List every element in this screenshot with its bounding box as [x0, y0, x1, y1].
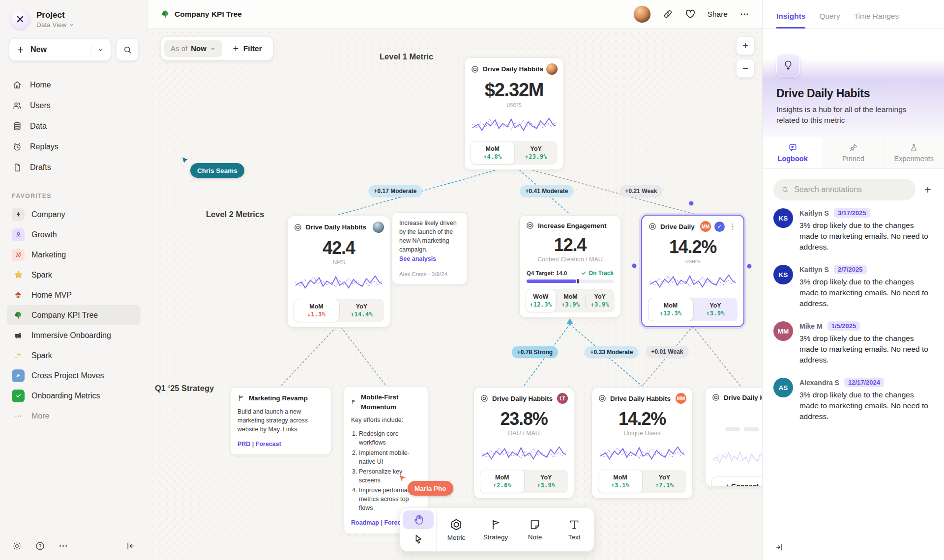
owner-badge[interactable]: MM [700, 221, 711, 232]
sidebar-item-marketing[interactable]: Marketing [7, 245, 141, 265]
annotation-item[interactable]: AS Alexandra S 12/17/2024 3% drop likely… [773, 378, 933, 422]
annotation-search[interactable] [773, 179, 915, 200]
sidebar-item-home[interactable]: Home [0, 75, 148, 95]
project-switcher[interactable]: Project Data View [0, 0, 148, 31]
see-analysis-link[interactable]: See analysis [399, 255, 436, 262]
logbook-icon [788, 143, 797, 152]
metric-card-drive-daily-habbits-unique-users[interactable]: Drive Daily Habbits MM 14.2% Unique User… [591, 387, 693, 499]
metric-card-increase-engagement[interactable]: Increase Engagement 12.4 Content Creatio… [519, 215, 621, 318]
zoom-in-button[interactable]: + [736, 36, 755, 55]
sidebar-item-more[interactable]: More [7, 406, 141, 426]
owner-avatar[interactable] [546, 63, 558, 75]
stat-yoy[interactable]: YoY ↑14.4% [339, 299, 384, 322]
more-options-icon[interactable] [58, 541, 68, 551]
confetti-icon [12, 249, 25, 261]
settings-gear-icon[interactable] [12, 541, 22, 551]
strategy-note-marketing-revamp[interactable]: Marketing Revamp Build and launch a new … [230, 387, 331, 455]
annotation-note[interactable]: Increase likely driven by the launch of … [392, 212, 468, 284]
stat-mom[interactable]: MoM ↓1.3% [294, 299, 339, 322]
stat-wow[interactable]: WoW ↑12.3% [526, 289, 556, 312]
stat-yoy[interactable]: YoY ↑3.9% [585, 289, 615, 312]
tool-strategy[interactable]: Strategy [476, 508, 515, 551]
tab-query[interactable]: Query [819, 12, 840, 28]
annotation-date-badge[interactable]: 3/17/2025 [834, 208, 870, 218]
owner-badge[interactable]: MM [676, 393, 686, 404]
metric-target-icon [294, 223, 302, 232]
sidebar-item-onboarding-metrics[interactable]: Onboarding Metrics [7, 386, 141, 406]
sidebar-item-home-mvp[interactable]: Home MVP [7, 285, 141, 305]
subtab-logbook[interactable]: Logbook [763, 138, 823, 168]
metric-card-drive-daily-habbits-l1[interactable]: Drive Daily Habbits $2.32M users MoM ↑4.… [464, 57, 564, 170]
sidebar-item-immersive-onboarding[interactable]: Immersive Onboarding [7, 325, 141, 345]
stat-yoy[interactable]: YoY ↑3.9% [525, 470, 568, 493]
tool-metric[interactable]: Metric [437, 508, 476, 551]
collapse-sidebar-icon[interactable] [125, 541, 136, 551]
subtab-pinned[interactable]: Pinned [823, 138, 883, 168]
stat-mom[interactable]: MoM ↑3.9% [556, 289, 586, 312]
user-avatar[interactable] [633, 5, 651, 23]
annotation-item[interactable]: KS Kaitlyn S 3/17/2025 3% drop likely du… [773, 208, 933, 252]
share-button[interactable]: Share [708, 10, 728, 19]
metric-card-drive-daily-habbits-nps[interactable]: Drive Daily Habbits 42.4 NPS MoM ↓1.3% Y… [287, 216, 390, 328]
owner-badge[interactable]: LT [557, 393, 568, 404]
collapse-panel-icon[interactable] [774, 542, 784, 552]
tool-note[interactable]: Note [515, 508, 555, 551]
card-menu-icon[interactable]: ⋮ [728, 222, 738, 231]
stat-mom[interactable]: MoM ↑2.6% [480, 470, 525, 493]
tool-text[interactable]: Text [555, 508, 594, 551]
stat-label: MoM [486, 145, 500, 152]
filter-button[interactable]: Filter [224, 44, 270, 53]
annotation-search-input[interactable] [794, 185, 908, 194]
hand-tool-button[interactable] [403, 510, 434, 529]
sidebar-item-spark[interactable]: Spark [7, 265, 141, 285]
sidebar-item-drafts[interactable]: Drafts [0, 157, 148, 178]
connect-button[interactable]: + Connect [711, 476, 762, 487]
annotation-date-badge[interactable]: 12/17/2024 [844, 378, 884, 387]
metric-card-drive-daily-habbits-selected[interactable]: Drive Daily Habb.. MM ✓ ⋮ 14.2% users Mo… [641, 215, 744, 327]
select-tool-button[interactable] [403, 530, 434, 549]
stat-mom[interactable]: MoM ↑12.3% [648, 298, 693, 321]
more-options-icon[interactable] [739, 9, 749, 19]
subtab-experiments[interactable]: Experiments [884, 138, 944, 168]
check-icon [581, 270, 587, 276]
new-button[interactable]: New [9, 38, 111, 61]
chevron-down-icon[interactable] [97, 47, 104, 53]
sidebar-item-data[interactable]: Data [0, 116, 148, 137]
tab-time-ranges[interactable]: Time Ranges [854, 12, 899, 28]
stat-mom[interactable]: MoM ↑4.8% [471, 141, 515, 165]
owner-avatar[interactable] [373, 222, 384, 233]
stat-value: ↑3.9% [537, 482, 556, 489]
annotation-date-badge[interactable]: 2/7/2025 [834, 265, 867, 274]
sidebar-item-growth[interactable]: Growth [7, 224, 141, 245]
stat-yoy[interactable]: YoY ↑23.9% [515, 141, 558, 165]
sidebar-item-company-kpi-tree[interactable]: Company KPI Tree [7, 305, 141, 325]
tab-insights[interactable]: Insights [776, 12, 805, 28]
sidebar-item-spark-2[interactable]: Spark [7, 345, 141, 365]
annotation-item[interactable]: MM Mike M 1/5/2025 3% drop likely due to… [773, 321, 933, 365]
copy-link-icon[interactable] [663, 9, 673, 19]
sidebar-item-label: Immersive Onboarding [31, 331, 111, 340]
search-button[interactable] [116, 38, 139, 61]
add-annotation-button[interactable]: + [922, 183, 933, 196]
stat-label: YoY [540, 474, 552, 481]
annotation-item[interactable]: KS Kaitlyn S 2/7/2025 3% drop likely due… [773, 265, 933, 309]
as-of-dropdown[interactable]: As of Now [164, 40, 222, 57]
sidebar-item-company[interactable]: Company [7, 204, 141, 224]
help-icon[interactable] [35, 541, 45, 551]
sidebar-item-label: Spark [31, 271, 52, 280]
annotation-date-badge[interactable]: 1/5/2025 [827, 321, 860, 331]
stat-yoy[interactable]: YoY ↑7.1% [643, 470, 686, 493]
plus-icon [232, 45, 239, 52]
sidebar-item-replays[interactable]: Replays [0, 137, 148, 157]
sidebar-item-users[interactable]: Users [0, 95, 148, 116]
sidebar-item-cross-project-moves[interactable]: Cross Project Moves [7, 365, 141, 386]
stat-mom[interactable]: MoM ↑3.1% [598, 470, 643, 493]
zoom-out-button[interactable]: − [736, 59, 755, 78]
stat-yoy[interactable]: YoY ↑3.9% [693, 298, 738, 321]
metric-card-drive-daily-habbits-dau[interactable]: Drive Daily Habbits LT 23.8% DAU / MAU M… [473, 387, 574, 499]
kpi-tree-canvas[interactable]: As of Now Filter + − Level 1 Metric Leve… [148, 28, 762, 560]
metric-card-partial[interactable]: Drive Daily Habbits + Connect [705, 387, 762, 487]
panel-metric-description: Insights is a hub for all of the learnin… [776, 104, 929, 126]
favorite-heart-icon[interactable] [685, 9, 696, 20]
prd-forecast-links[interactable]: PRD | Forecast [237, 441, 281, 448]
